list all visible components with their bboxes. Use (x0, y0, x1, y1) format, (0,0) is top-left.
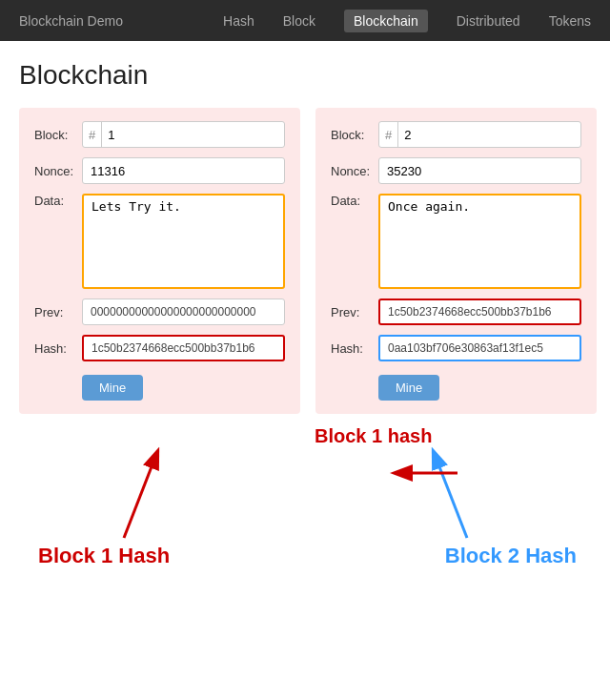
nav-brand: Blockchain Demo (19, 13, 123, 29)
block2-number-input[interactable] (398, 124, 580, 146)
nav-hash[interactable]: Hash (223, 13, 254, 29)
block2-data-row: Data: (331, 194, 581, 289)
block1-hash-row: Hash: (34, 335, 285, 361)
block1-prev-label: Prev: (34, 305, 76, 319)
block2-data-label: Data: (331, 194, 373, 208)
block1-data-row: Data: (34, 194, 285, 289)
block1-data-textarea[interactable] (82, 194, 285, 289)
block1-mine-button[interactable]: Mine (82, 375, 143, 401)
block2-prev-row: Prev: (331, 299, 581, 325)
page-title: Blockchain (19, 60, 591, 91)
block1-nonce-input[interactable] (82, 157, 285, 184)
block1-nonce-label: Nonce: (34, 164, 76, 178)
block2-hash-label: Hash: (331, 341, 373, 356)
block2-data-textarea[interactable] (378, 194, 581, 289)
block2-prev-label: Prev: (331, 305, 373, 319)
main-content: Blockchain Block: # Nonce: Data: (0, 41, 610, 586)
block1-hash-annotation: Block 1 Hash (38, 544, 170, 568)
block1-hash-ref-annotation: Block 1 hash (315, 425, 432, 447)
block1-hash-symbol: # (83, 122, 102, 147)
block1-num-wrapper: # (82, 121, 285, 148)
block1-nonce-row: Nonce: (34, 157, 285, 184)
nav-distributed[interactable]: Distributed (457, 13, 520, 29)
block1-prev-row: Prev: (34, 299, 285, 325)
block1-number-input[interactable] (102, 124, 284, 146)
block2-hash-row: Hash: (331, 335, 581, 361)
block2-num-wrapper: # (378, 121, 581, 148)
block2-hash-input[interactable] (378, 335, 581, 361)
block2-mine-button[interactable]: Mine (378, 375, 439, 401)
annotations-area: Block 1 hash Block 1 Hash Block 2 Hash (19, 423, 591, 576)
block2-prev-input[interactable] (378, 299, 581, 325)
block1-prev-input[interactable] (82, 299, 285, 325)
block2-block-label: Block: (331, 128, 373, 142)
block1-hash-label: Hash: (34, 341, 76, 356)
navbar: Blockchain Demo Hash Block Blockchain Di… (0, 0, 610, 41)
nav-tokens[interactable]: Tokens (549, 13, 591, 29)
block1-block-row: Block: # (34, 121, 285, 148)
block2-block-row: Block: # (331, 121, 581, 148)
block1-block-label: Block: (34, 128, 76, 142)
block2-hash-symbol: # (379, 122, 398, 147)
nav-block[interactable]: Block (283, 13, 315, 29)
nav-blockchain[interactable]: Blockchain (344, 10, 428, 32)
block1-data-label: Data: (34, 194, 76, 208)
blocks-row: Block: # Nonce: Data: Prev: (19, 108, 591, 414)
block1-hash-input[interactable] (82, 335, 285, 361)
block-card-2: Block: # Nonce: Data: Prev: (315, 108, 597, 414)
block2-hash-annotation: Block 2 Hash (445, 544, 577, 568)
block2-nonce-input[interactable] (378, 157, 581, 184)
block-card-1: Block: # Nonce: Data: Prev: (19, 108, 300, 414)
svg-line-1 (434, 452, 467, 538)
block2-nonce-label: Nonce: (331, 164, 373, 178)
block2-nonce-row: Nonce: (331, 157, 581, 184)
svg-line-0 (124, 452, 157, 538)
